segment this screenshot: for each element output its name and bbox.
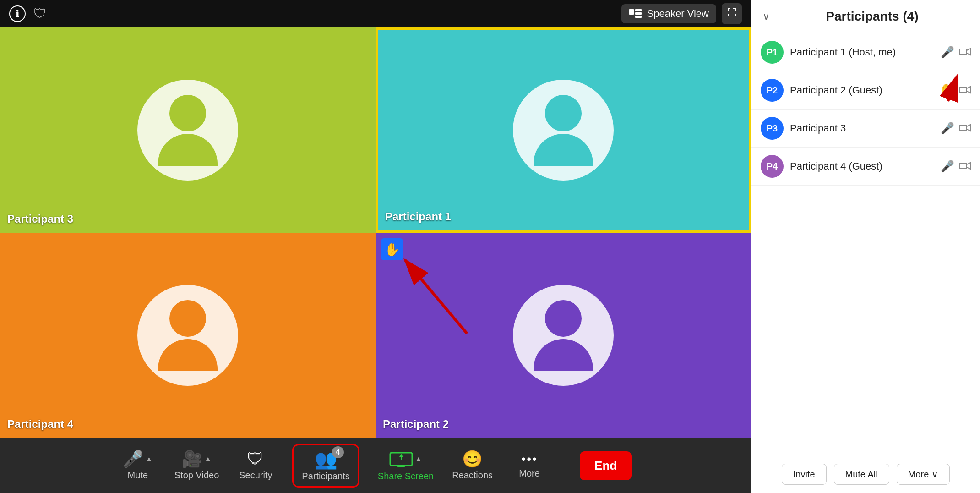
reactions-label: Reactions [452, 470, 493, 481]
participants-label: Participants [302, 471, 350, 482]
share-screen-label: Share Screen [378, 471, 434, 482]
panel-header: ∨ Participants (4) [751, 0, 980, 33]
video-cell-p4: Participant 4 [0, 233, 376, 438]
participant-cam-p1[interactable] [959, 46, 971, 59]
stop-video-button[interactable]: 🎥 ▲ Stop Video [174, 451, 219, 481]
top-bar: ℹ 🛡 Speaker View [0, 0, 751, 27]
participants-panel: ∨ Participants (4) P1 Participant 1 (Hos… [751, 0, 980, 493]
video-cell-p2: ✋ Participant 2 [376, 233, 751, 438]
mute-label: Mute [128, 470, 148, 481]
security-icon: 🛡 [247, 451, 264, 467]
video-area: ℹ 🛡 Speaker View [0, 0, 751, 493]
participant-name-p3: Participant 3 [790, 122, 934, 134]
participants-count: 4 [332, 446, 344, 458]
speaker-view-label: Speaker View [647, 8, 709, 20]
svg-marker-18 [967, 163, 970, 169]
svg-marker-16 [967, 125, 970, 131]
participant-row-p3: P3 Participant 3 🎤 [751, 110, 980, 148]
panel-more-button[interactable]: More ∨ [897, 464, 950, 485]
participant-cam-p4[interactable] [959, 160, 971, 173]
mute-all-button[interactable]: Mute All [834, 464, 889, 485]
mute-icon: 🎤 [123, 451, 143, 467]
participant-row-p4: P4 Participant 4 (Guest) 🎤 [751, 148, 980, 186]
share-chevron: ▲ [415, 455, 422, 463]
panel-more-label: More [908, 469, 929, 480]
share-screen-button[interactable]: ▲ Share Screen [378, 450, 434, 482]
svg-rect-7 [397, 466, 405, 467]
more-button[interactable]: ••• More [511, 453, 548, 479]
participant-cam-p3[interactable] [959, 122, 971, 135]
svg-rect-9 [959, 49, 967, 55]
reactions-button[interactable]: 😊 Reactions [452, 451, 493, 481]
svg-marker-8 [399, 454, 403, 460]
video-label-p4: Participant 4 [7, 418, 73, 431]
svg-rect-3 [635, 16, 642, 18]
panel-title: Participants (4) [775, 9, 969, 24]
svg-rect-0 [629, 9, 634, 15]
participant-avatar-p3: P3 [761, 117, 784, 140]
security-label: Security [239, 470, 272, 481]
top-bar-left: ℹ 🛡 [9, 5, 47, 22]
fullscreen-button[interactable] [722, 3, 742, 24]
participant-avatar-p2: P2 [761, 79, 784, 102]
participant-row-p1: P1 Participant 1 (Host, me) 🎤 [751, 33, 980, 71]
more-label: More [519, 468, 540, 479]
participant-avatar-p1: P1 [761, 41, 784, 64]
participant-name-p1: Participant 1 (Host, me) [790, 46, 934, 58]
more-icon: ••• [521, 453, 537, 466]
participant-mic-p4[interactable]: 🎤 [941, 160, 954, 173]
speaker-view-button[interactable]: Speaker View [621, 4, 716, 23]
stop-video-chevron: ▲ [204, 455, 212, 463]
participant-list: P1 Participant 1 (Host, me) 🎤 P2 Partici… [751, 33, 980, 455]
avatar-p1 [513, 80, 614, 181]
raise-hand-badge-p2: ✋ [381, 238, 403, 260]
video-cell-p1: Participant 1 [376, 27, 751, 233]
participant-icons-p2: ✋ [938, 83, 971, 98]
svg-rect-17 [959, 163, 967, 169]
participant-row-p2: P2 Participant 2 (Guest) ✋ [751, 71, 980, 110]
video-grid: Participant 3 Participant 1 [0, 27, 751, 438]
svg-rect-11 [959, 87, 967, 93]
participant-name-p2: Participant 2 (Guest) [790, 84, 932, 96]
participant-name-p4: Participant 4 (Guest) [790, 160, 934, 172]
end-button[interactable]: End [580, 451, 632, 480]
video-cell-p3: Participant 3 [0, 27, 376, 233]
svg-marker-10 [967, 49, 970, 55]
svg-line-5 [405, 260, 467, 334]
panel-footer: Invite Mute All More ∨ [751, 455, 980, 493]
shield-icon: 🛡 [33, 6, 47, 22]
video-label-p1: Participant 1 [385, 210, 451, 223]
mute-button[interactable]: 🎤 ▲ Mute [120, 451, 156, 481]
security-button[interactable]: 🛡 Security [237, 451, 274, 481]
mute-chevron: ▲ [145, 455, 152, 463]
participant-icons-p4: 🎤 [941, 160, 971, 173]
avatar-p2-video [513, 285, 614, 386]
panel-more-chevron: ∨ [931, 469, 938, 480]
video-label-p3: Participant 3 [7, 213, 73, 225]
svg-rect-15 [959, 125, 967, 131]
svg-rect-1 [635, 9, 642, 11]
panel-collapse-button[interactable]: ∨ [762, 11, 770, 22]
stop-video-icon: 🎥 [182, 451, 202, 467]
svg-marker-12 [967, 87, 970, 93]
participant-icons-p1: 🎤 [941, 46, 971, 59]
participant-mic-p3[interactable]: 🎤 [941, 122, 954, 135]
participant-cam-p2[interactable] [959, 84, 971, 97]
svg-rect-2 [635, 12, 642, 15]
main-container: ℹ 🛡 Speaker View [0, 0, 980, 493]
stop-video-label: Stop Video [174, 470, 219, 481]
participant-hand-p2[interactable]: ✋ [938, 83, 954, 98]
participant-icons-p3: 🎤 [941, 122, 971, 135]
participant-avatar-p4: P4 [761, 155, 784, 178]
invite-button[interactable]: Invite [782, 464, 827, 485]
avatar-p4-video [137, 285, 238, 386]
avatar-p3 [137, 80, 238, 181]
reactions-icon: 😊 [462, 451, 483, 467]
video-label-p2: Participant 2 [383, 418, 449, 431]
top-bar-right: Speaker View [621, 3, 742, 24]
participant-mic-p1[interactable]: 🎤 [941, 46, 954, 59]
participants-button[interactable]: 👥 4 Participants [292, 444, 359, 488]
toolbar: 🎤 ▲ Mute 🎥 ▲ Stop Video 🛡 Security [0, 438, 751, 493]
share-screen-icon [389, 450, 413, 468]
info-icon[interactable]: ℹ [9, 5, 26, 22]
